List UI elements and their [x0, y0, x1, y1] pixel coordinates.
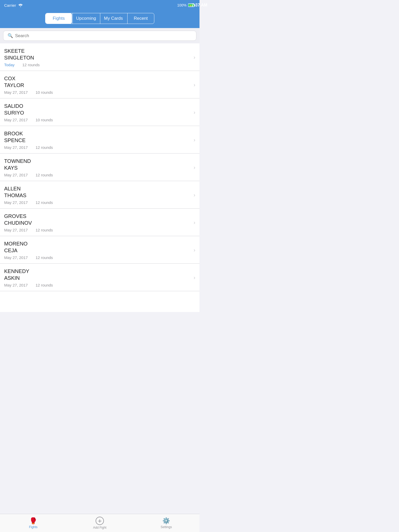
fight-date: May 27, 2017 [4, 283, 28, 287]
header: Fights Upcoming My Cards Recent [0, 10, 200, 28]
fight-info: BROOK SPENCE May 27, 2017 12 rounds [4, 130, 194, 150]
chevron-right-icon: › [194, 275, 195, 281]
fight-meta: May 27, 2017 12 rounds [4, 228, 194, 232]
fight-info: SKEETE SINGLETON Today 12 rounds [4, 48, 194, 67]
fight-meta: Today 12 rounds [4, 63, 194, 67]
fights-list: SKEETE SINGLETON Today 12 rounds › COX T… [0, 43, 200, 312]
fighter1-name: SKEETE [4, 48, 194, 54]
search-container: 🔍 [0, 28, 200, 43]
svg-point-0 [20, 6, 21, 7]
fight-date: May 27, 2017 [4, 145, 28, 150]
wifi-icon [18, 4, 23, 7]
chevron-right-icon: › [194, 247, 195, 253]
fight-item[interactable]: MORENO CEJA May 27, 2017 12 rounds › [0, 236, 200, 264]
fight-rounds: 12 rounds [36, 145, 53, 150]
fight-date: May 27, 2017 [4, 200, 28, 205]
chevron-right-icon: › [194, 192, 195, 198]
fighter2-name: TAYLOR [4, 82, 194, 89]
fighter2-name: KAYS [4, 164, 194, 171]
fighter1-name: BROOK [4, 130, 194, 137]
fight-info: TOWNEND KAYS May 27, 2017 12 rounds [4, 158, 194, 177]
fighter2-name: SINGLETON [4, 54, 194, 61]
tab-upcoming[interactable]: Upcoming [72, 13, 99, 24]
fighter1-name: MORENO [4, 240, 194, 247]
fight-item[interactable]: ALLEN THOMAS May 27, 2017 12 rounds › [0, 181, 200, 209]
chevron-right-icon: › [194, 109, 195, 115]
chevron-right-icon: › [194, 164, 195, 170]
fight-date: May 27, 2017 [4, 118, 28, 122]
fighter1-name: TOWNEND [4, 158, 194, 164]
fight-rounds: 12 rounds [36, 255, 53, 260]
search-input[interactable] [15, 33, 192, 38]
search-icon: 🔍 [8, 33, 13, 38]
fighter2-name: SURIYO [4, 109, 194, 116]
fight-rounds: 12 rounds [36, 200, 53, 205]
fight-meta: May 27, 2017 12 rounds [4, 145, 194, 150]
fight-date: May 27, 2017 [4, 228, 28, 232]
fight-date: Today [4, 63, 15, 67]
fight-meta: May 27, 2017 12 rounds [4, 255, 194, 260]
fight-rounds: 10 rounds [36, 118, 53, 122]
fighter2-name: ASKIN [4, 275, 194, 281]
fighter1-name: ALLEN [4, 185, 194, 192]
fight-info: SALIDO SURIYO May 27, 2017 10 rounds [4, 103, 194, 122]
tab-fights[interactable]: Fights [45, 13, 72, 24]
fight-item[interactable]: SKEETE SINGLETON Today 12 rounds › [0, 43, 200, 71]
fighter1-name: SALIDO [4, 103, 194, 109]
fight-rounds: 12 rounds [22, 63, 40, 67]
fighter2-name: SPENCE [4, 137, 194, 144]
fight-rounds: 10 rounds [36, 90, 53, 95]
status-bar: Carrier 7:37 AM 100% ⚡ [0, 0, 200, 10]
fight-date: May 27, 2017 [4, 173, 28, 177]
fight-info: KENNEDY ASKIN May 27, 2017 12 rounds [4, 268, 194, 287]
fight-info: MORENO CEJA May 27, 2017 12 rounds [4, 240, 194, 260]
status-left: Carrier [4, 3, 23, 8]
fight-date: May 27, 2017 [4, 255, 28, 260]
fighter2-name: THOMAS [4, 192, 194, 199]
battery-percent: 100% [177, 3, 187, 7]
fight-info: ALLEN THOMAS May 27, 2017 12 rounds [4, 185, 194, 205]
carrier-label: Carrier [4, 3, 16, 8]
chevron-right-icon: › [194, 220, 195, 225]
fight-meta: May 27, 2017 12 rounds [4, 200, 194, 205]
fight-info: COX TAYLOR May 27, 2017 10 rounds [4, 75, 194, 95]
fight-item[interactable]: TOWNEND KAYS May 27, 2017 12 rounds › [0, 154, 200, 181]
fight-meta: May 27, 2017 12 rounds [4, 283, 194, 287]
tab-recent[interactable]: Recent [127, 13, 154, 24]
fight-meta: May 27, 2017 12 rounds [4, 173, 194, 177]
nav-tabs: Fights Upcoming My Cards Recent [45, 13, 154, 24]
chevron-right-icon: › [194, 137, 195, 143]
fight-rounds: 12 rounds [36, 228, 53, 232]
fight-info: GROVES CHUDINOV May 27, 2017 12 rounds [4, 213, 194, 232]
fighter2-name: CHUDINOV [4, 220, 194, 226]
fighter1-name: GROVES [4, 213, 194, 220]
fight-item[interactable]: SALIDO SURIYO May 27, 2017 10 rounds › [0, 98, 200, 126]
fighter1-name: KENNEDY [4, 268, 194, 275]
search-bar: 🔍 [3, 31, 196, 41]
fight-item[interactable]: GROVES CHUDINOV May 27, 2017 12 rounds › [0, 209, 200, 236]
tab-mycards[interactable]: My Cards [100, 13, 127, 24]
fight-meta: May 27, 2017 10 rounds [4, 118, 194, 122]
status-time: 7:37 AM [192, 3, 200, 8]
chevron-right-icon: › [194, 54, 195, 60]
fight-item[interactable]: COX TAYLOR May 27, 2017 10 rounds › [0, 71, 200, 98]
fighter1-name: COX [4, 75, 194, 82]
fight-item[interactable]: KENNEDY ASKIN May 27, 2017 12 rounds › [0, 264, 200, 291]
fighter2-name: CEJA [4, 247, 194, 254]
chevron-right-icon: › [194, 82, 195, 88]
fight-rounds: 12 rounds [36, 283, 53, 287]
fight-rounds: 12 rounds [36, 173, 53, 177]
fight-date: May 27, 2017 [4, 90, 28, 95]
fight-meta: May 27, 2017 10 rounds [4, 90, 194, 95]
fight-item[interactable]: BROOK SPENCE May 27, 2017 12 rounds › [0, 126, 200, 154]
